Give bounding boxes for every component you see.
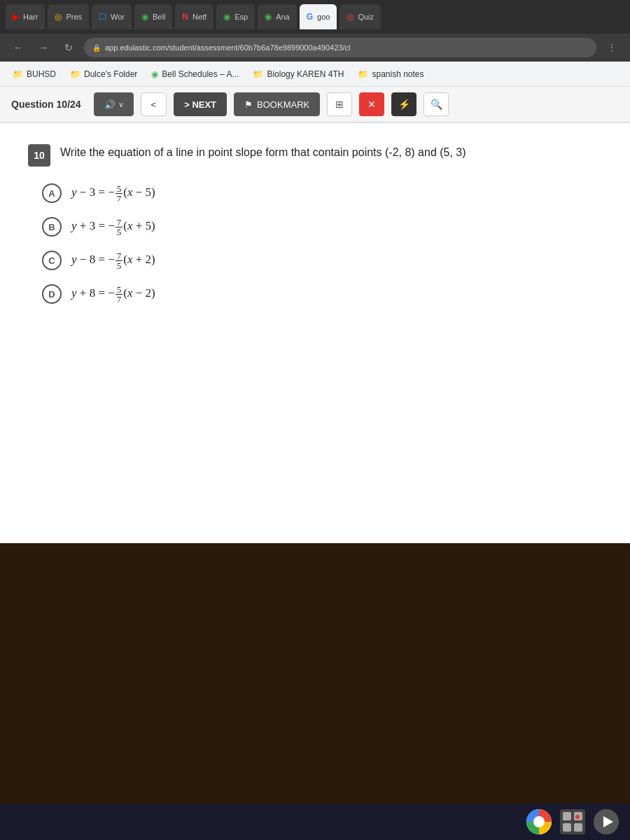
choice-A[interactable]: A y − 3 = −57(x − 5) <box>42 183 602 203</box>
tab-wor-label: Wor <box>111 13 125 21</box>
next-label: > NEXT <box>184 99 216 110</box>
choice-C-math: y − 8 = −75(x + 2) <box>71 251 155 270</box>
tab-ana[interactable]: ◉ Ana <box>258 4 297 29</box>
tab-esp[interactable]: ◉ Esp <box>216 4 255 29</box>
tab-quiz-icon: ◎ <box>346 12 354 22</box>
bookmarks-bar: 📁 BUHSD 📁 Dulce's Folder ◉ Bell Schedule… <box>0 62 630 87</box>
tab-goo-icon: G <box>307 12 313 22</box>
tab-esp-label: Esp <box>234 13 248 21</box>
bookmark-flag-icon: ⚑ <box>244 99 253 110</box>
audio-v-icon: v <box>120 101 123 108</box>
bookmark-buhsd-label: BUHSD <box>27 69 56 79</box>
tab-pres-icon: ◎ <box>55 12 62 22</box>
bookmark-buhsd-icon: 📁 <box>13 69 23 79</box>
tab-quiz-label: Quiz <box>358 13 374 21</box>
answer-choices: A y − 3 = −57(x − 5) B y + 3 = −75(x + 5… <box>28 183 602 304</box>
search-button[interactable]: 🔍 <box>424 92 449 116</box>
main-content: 10 Write the equation of a line in point… <box>0 123 630 543</box>
audio-icon: 🔊 <box>104 99 115 110</box>
question-toolbar: Question 10/24 🔊 v < > NEXT ⚑ BOOKMARK ⊞… <box>0 87 630 123</box>
bookmark-spanish-label: spanish notes <box>372 69 424 79</box>
tab-netf-icon: N <box>182 12 188 22</box>
url-text: app.edulastic.com/student/assessment/60b… <box>105 43 350 52</box>
chrome-taskbar-icon[interactable] <box>526 809 552 834</box>
grid-taskbar-icon[interactable] <box>560 809 585 834</box>
choice-D[interactable]: D y + 8 = −57(x − 2) <box>42 284 602 304</box>
bookmark-bio-karen[interactable]: 📁 Biology KAREN 4TH <box>247 66 349 82</box>
choice-B[interactable]: B y + 3 = −75(x + 5) <box>42 217 602 237</box>
question-row: 10 Write the equation of a line in point… <box>28 144 602 167</box>
tab-pres-label: Pres <box>66 13 82 21</box>
taskbar <box>0 804 630 840</box>
bookmark-dulce-label: Dulce's Folder <box>84 69 137 79</box>
tab-wor[interactable]: ☐ Wor <box>92 4 132 29</box>
bookmark-label: BOOKMARK <box>257 99 309 110</box>
audio-button[interactable]: 🔊 v <box>94 92 134 116</box>
extensions-button[interactable]: ⋮ <box>602 38 622 57</box>
next-button[interactable]: > NEXT <box>174 92 227 116</box>
question-number-badge: 10 <box>28 144 50 167</box>
question-label: Question 10/24 <box>11 99 81 110</box>
choice-C-circle: C <box>42 251 62 270</box>
bookmark-bell-sch-icon: ◉ <box>151 69 158 79</box>
svg-point-1 <box>533 816 545 827</box>
bookmark-bio-icon: 📁 <box>253 69 263 79</box>
tab-bell-label: Bell <box>153 13 165 21</box>
tab-ana-label: Ana <box>276 13 290 21</box>
close-button[interactable]: ✕ <box>359 92 384 116</box>
tab-harr-icon: ▶ <box>13 12 19 22</box>
tab-goo[interactable]: G goo <box>300 4 337 29</box>
grid-view-button[interactable]: ⊞ <box>327 92 352 116</box>
address-bar: ← → ↻ 🔒 app.edulastic.com/student/assess… <box>0 34 630 62</box>
tab-harr-label: Harr <box>23 13 38 21</box>
grid-icon: ⊞ <box>335 99 344 110</box>
choice-D-circle: D <box>42 284 62 304</box>
choice-A-math: y − 3 = −57(x − 5) <box>71 184 155 203</box>
choice-A-circle: A <box>42 183 62 203</box>
search-icon: 🔍 <box>430 99 442 110</box>
tab-pres[interactable]: ◎ Pres <box>48 4 89 29</box>
question-text: Write the equation of a line in point sl… <box>60 144 466 161</box>
back-button[interactable]: ← <box>8 38 28 57</box>
reload-button[interactable]: ↻ <box>59 38 78 57</box>
bookmark-buhsd[interactable]: 📁 BUHSD <box>7 66 62 82</box>
lightning-icon: ⚡ <box>398 99 410 110</box>
choice-B-circle: B <box>42 217 62 237</box>
bookmark-bell-sch[interactable]: ◉ Bell Schedules – A... <box>146 66 244 82</box>
lock-icon: 🔒 <box>92 44 101 52</box>
lightning-button[interactable]: ⚡ <box>391 92 416 116</box>
bookmark-spanish-notes[interactable]: 📁 spanish notes <box>352 66 429 82</box>
prev-button[interactable]: < <box>141 92 167 116</box>
bookmark-dulce[interactable]: 📁 Dulce's Folder <box>64 66 143 82</box>
browser-chrome: ▶ Harr ◎ Pres ☐ Wor ◉ Bell N Netf ◉ Esp … <box>0 0 630 123</box>
bookmark-dulce-icon: 📁 <box>70 69 80 79</box>
svg-rect-5 <box>574 823 582 832</box>
bookmark-button[interactable]: ⚑ BOOKMARK <box>234 92 320 116</box>
tab-bell[interactable]: ◉ Bell <box>134 4 172 29</box>
choice-D-math: y + 8 = −57(x − 2) <box>71 285 155 304</box>
forward-button[interactable]: → <box>34 38 53 57</box>
close-icon: ✕ <box>368 99 376 110</box>
tab-netf-label: Netf <box>192 13 206 21</box>
tab-bell-icon: ◉ <box>141 12 148 22</box>
tab-esp-icon: ◉ <box>223 12 230 22</box>
choice-C[interactable]: C y − 8 = −75(x + 2) <box>42 251 602 270</box>
tab-harr[interactable]: ▶ Harr <box>6 4 45 29</box>
notification-dot <box>575 815 580 819</box>
svg-rect-2 <box>563 812 571 820</box>
choice-B-math: y + 3 = −75(x + 5) <box>71 218 155 237</box>
bookmark-bio-label: Biology KAREN 4TH <box>267 69 344 79</box>
bookmark-bell-sch-label: Bell Schedules – A... <box>162 69 239 79</box>
tab-bar: ▶ Harr ◎ Pres ☐ Wor ◉ Bell N Netf ◉ Esp … <box>0 0 630 34</box>
play-taskbar-icon[interactable] <box>594 809 619 834</box>
prev-icon: < <box>151 99 157 110</box>
tab-ana-icon: ◉ <box>265 12 272 22</box>
tab-netf[interactable]: N Netf <box>175 4 214 29</box>
svg-rect-4 <box>563 823 571 832</box>
url-bar[interactable]: 🔒 app.edulastic.com/student/assessment/6… <box>84 38 596 57</box>
bookmark-spanish-icon: 📁 <box>358 69 368 79</box>
tab-wor-icon: ☐ <box>99 12 106 22</box>
tab-goo-label: goo <box>317 13 330 21</box>
tab-quiz[interactable]: ◎ Quiz <box>340 4 381 29</box>
